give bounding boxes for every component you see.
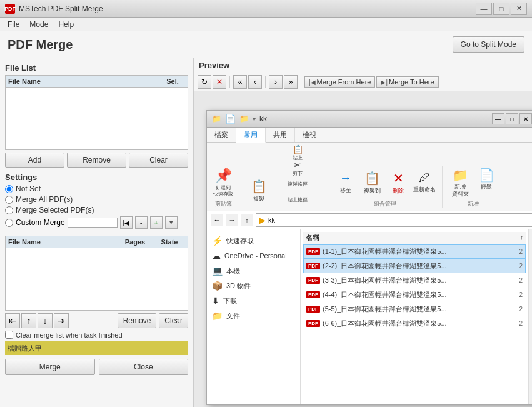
merge-button[interactable]: Merge [5,359,95,375]
ribbon-rename-btn[interactable]: 🖊 重新命名 [412,166,437,199]
new-label: 新增 [468,200,479,208]
file-item-4[interactable]: PDF (4-4)_日本御花園輕井澤台樺湖雙溫泉5... 2 [303,288,526,302]
files-col-header: 名稱 [306,233,504,243]
remove-button[interactable]: Remove [67,153,126,168]
ribbon-new-folder-btn[interactable]: 📁 新增資料夾 [448,166,473,199]
explorer-arrow: ▾ [253,116,256,123]
clipboard-label: 剪貼簿 [215,200,232,208]
ribbon-move-btn[interactable]: → 移至 [333,166,358,199]
ribbon-delete-btn[interactable]: ✕ 刪除 [386,166,411,199]
close-button[interactable]: ✕ [511,3,527,15]
menu-file[interactable]: File [3,19,24,30]
documents-label: 文件 [226,311,240,321]
custom-merge-next[interactable]: ▼ [165,216,178,229]
ribbon-cut-btn[interactable]: ✂ 剪下 [273,161,323,176]
custom-merge-prev[interactable]: |◀ [120,216,133,229]
copy-label: 複製 [253,195,264,203]
nav-up[interactable]: ↑ [21,313,36,328]
minimize-button[interactable]: — [476,3,492,15]
ribbon-tab-file[interactable]: 檔案 [207,128,236,142]
preview-last[interactable]: » [284,75,298,89]
radio-merge-selected-input[interactable] [5,206,13,214]
nav-downloads[interactable]: ⬇ 下載 [207,293,300,308]
explorer-maximize[interactable]: □ [506,113,518,124]
menu-help[interactable]: Help [53,19,79,30]
file-item-1[interactable]: PDF (1-1)_日本御花園輕井澤台樺湖雙溫泉5... 2 [303,244,526,259]
close-button-bottom[interactable]: Close [99,359,189,375]
add-button[interactable]: Add [5,153,64,168]
file-item-2[interactable]: PDF (2-2)_日本御花園輕井澤台樺湖雙溫泉5... 2 [303,259,526,273]
pin-icon: 📌 [215,168,232,184]
file-item-3[interactable]: PDF (3-3)_日本御花園輕井澤台樺湖雙溫泉5... 2 [303,273,526,288]
ribbon-tabs: 檔案 常用 共用 檢視 [207,128,532,143]
file-item-5[interactable]: PDF (5-5)_日本御花園輕井澤台樺湖雙溫泉5... 2 [303,302,526,316]
merge-from-icon: |◀ [309,79,316,86]
ribbon-copy-path-btn[interactable]: 複製路徑 [273,176,323,191]
ribbon-tab-share[interactable]: 共用 [266,128,295,142]
preview-refresh[interactable]: ↻ [198,75,211,89]
split-mode-button[interactable]: Go to Split Mode [453,36,524,53]
explorer-scrollbar[interactable] [528,229,532,404]
nav-this-pc[interactable]: 💻 本機 [207,263,300,278]
file-pages-1: 2 [504,248,523,255]
merge-clear-button[interactable]: Clear [159,313,188,328]
nav-first[interactable]: ⇤ [5,313,20,328]
radio-merge-all-input[interactable] [5,196,13,204]
preview-prev[interactable]: ‹ [248,75,262,89]
ribbon-pin-btn[interactable]: 📌 釘選到快速存取 [211,166,236,199]
addr-back[interactable]: ← [211,214,223,226]
explorer-title-buttons: — □ ✕ [492,113,532,124]
custom-merge-minus[interactable]: - [135,216,148,229]
downloads-label: 下載 [223,296,237,306]
explorer-nav: ⚡ 快速存取 ☁ OneDrive - Personal 💻 本機 [207,229,301,404]
merge-to-here-button[interactable]: ▶| Merge To Here [376,76,438,88]
merge-col-state: State [154,238,185,246]
ribbon-tab-view[interactable]: 檢視 [295,128,324,142]
ribbon-paste-shortcut-btn[interactable]: 貼上捷徑 [273,192,323,207]
merge-list-section: File Name Pages State ⇤ ↑ ↓ ⇥ Remove Cle… [5,236,188,402]
maximize-button[interactable]: □ [493,3,509,15]
ribbon-tab-home[interactable]: 常用 [236,128,266,143]
file-name-1: (1-1)_日本御花園輕井澤台樺湖雙溫泉5... [323,247,447,256]
preview-stop[interactable]: ✕ [213,75,226,89]
ribbon-copyto-btn[interactable]: 📋 複製到 [359,166,384,199]
menu-mode[interactable]: Mode [24,19,53,30]
preview-toolbar: ↻ ✕ « ‹ › » |◀ Merge From Here ▶| Merge … [194,73,532,91]
file-name-2: (2-2)_日本御花園輕井澤台樺湖雙溫泉5... [323,261,447,271]
merge-list-body [5,248,188,311]
file-item-6[interactable]: PDF (6-6)_日本御花園輕井澤台樺湖雙溫泉5... 2 [303,316,526,331]
merge-from-here-button[interactable]: |◀ Merge From Here [304,76,375,88]
addr-up[interactable]: ↑ [241,214,253,226]
radio-not-set-input[interactable] [5,185,13,193]
nav-3d-objects[interactable]: 📦 3D 物件 [207,278,300,293]
settings-title: Settings [5,173,188,182]
nav-last[interactable]: ⇥ [54,313,69,328]
nav-down[interactable]: ↓ [38,313,53,328]
preview-first[interactable]: « [233,75,247,89]
preview-next[interactable]: › [269,75,283,89]
addr-forward[interactable]: → [226,214,238,226]
nav-onedrive[interactable]: ☁ OneDrive - Personal [207,248,300,263]
title-bar-text: MSTech PDF Split Merge [19,4,476,13]
clear-button-top[interactable]: Clear [129,153,188,168]
ribbon-copy-btn[interactable]: 📋 複製 [246,174,271,207]
explorer-window: 📁 📄 📁 ▾ kk — □ ✕ 檔案 [206,110,532,405]
merge-remove-button[interactable]: Remove [118,313,157,328]
rename-icon: 🖊 [419,171,430,184]
radio-custom-merge-input[interactable] [5,219,13,227]
toolbar-sep1 [229,76,230,88]
custom-merge-input[interactable] [68,218,118,228]
nav-quick-access[interactable]: ⚡ 快速存取 [207,233,300,248]
merge-list-nav: ⇤ ↑ ↓ ⇥ Remove Clear [5,313,188,328]
merge-to-label: Merge To Here [389,78,434,86]
file-pages-3: 2 [504,277,523,284]
nav-documents[interactable]: 📁 文件 [207,308,300,323]
clear-merge-checkbox[interactable] [5,331,13,339]
ribbon-paste-btn[interactable]: 📋 貼上 [273,145,323,160]
ribbon: 檔案 常用 共用 檢視 📌 [207,128,532,211]
explorer-minimize[interactable]: — [492,113,504,124]
explorer-close[interactable]: ✕ [519,113,532,124]
custom-merge-plus[interactable]: + [150,216,163,229]
ribbon-easy-btn[interactable]: 📄 輕鬆 [474,166,499,199]
scissors-icon: ✂ [294,160,301,170]
